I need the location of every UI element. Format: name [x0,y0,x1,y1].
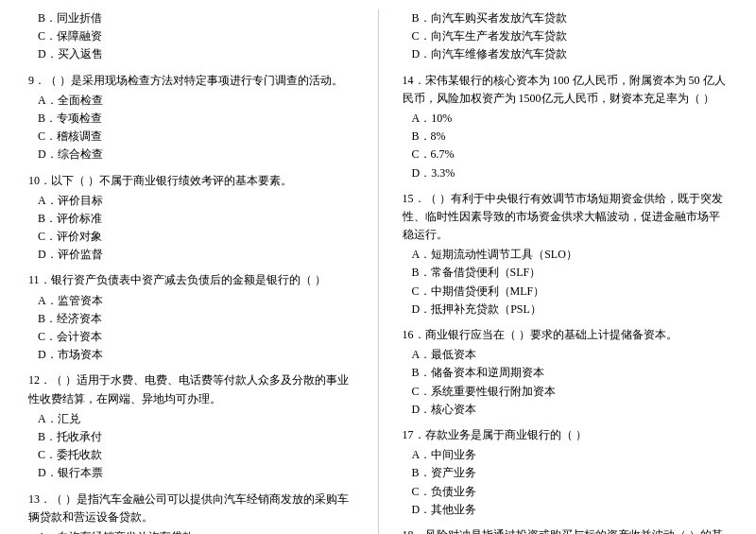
q-prev-options: B．同业折借 C．保障融资 D．买入返售 [28,9,354,64]
question-12-text: 12．（ ）适用于水费、电费、电话费等付款人众多及分散的事业性收费结算，在网端、… [28,371,354,407]
q15-option-c: C．中期借贷便利（MLF） [403,283,729,301]
question-9-text: 9．（ ）是采用现场检查方法对特定事项进行专门调查的活动。 [28,72,354,90]
q9-option-d: D．综合检查 [28,146,354,164]
question-18-text: 18．风险对冲是指通过投资或购买与标的资产收益波动（ ）的某种资产或生产品，来冲 [403,526,729,534]
q11-option-c: C．会计资本 [28,328,354,346]
left-column: B．同业折借 C．保障融资 D．买入返售 9．（ ）是采用现场检查方法对特定事项… [28,9,354,534]
question-17: 17．存款业务是属于商业银行的（ ） A．中间业务 B．资产业务 C．负债业务 … [403,426,729,519]
q16-option-a: A．最低资本 [403,346,729,364]
q14-option-b: B．8% [403,128,729,146]
q16-option-d: D．核心资本 [403,401,729,419]
question-10: 10．以下（ ）不属于商业银行绩效考评的基本要素。 A．评价目标 B．评价标准 … [28,172,354,265]
q11-option-d: D．市场资本 [28,346,354,364]
q10-option-c: C．评价对象 [28,228,354,246]
q15-option-d: D．抵押补充贷款（PSL） [403,301,729,319]
q13-option-a: A．向汽车经销商发放汽车贷款 [28,528,354,534]
q9-option-b: B．专项检查 [28,110,354,128]
question-14: 14．宋伟某银行的核心资本为 100 亿人民币，附属资本为 50 亿人民币，风险… [403,72,729,182]
question-17-text: 17．存款业务是属于商业银行的（ ） [403,426,729,444]
q17-option-b: B．资产业务 [403,464,729,482]
q14-option-d: D．3.3% [403,164,729,182]
q10-option-d: D．评价监督 [28,246,354,264]
q12-option-b: B．托收承付 [28,428,354,446]
question-14-text: 14．宋伟某银行的核心资本为 100 亿人民币，附属资本为 50 亿人民币，风险… [403,72,729,108]
question-11: 11．银行资产负债表中资产减去负债后的金额是银行的（ ） A．监管资本 B．经济… [28,271,354,364]
q13-continued-options: B．向汽车购买者发放汽车贷款 C．向汽车生产者发放汽车贷款 D．向汽车维修者发放… [403,9,729,64]
question-15: 15．（ ）有利于中央银行有效调节市场短期资金供给，既于突发性、临时性因素导致的… [403,190,729,319]
q12-option-d: D．银行本票 [28,464,354,482]
question-16: 16．商业银行应当在（ ）要求的基础上计提储备资本。 A．最低资本 B．储备资本… [403,326,729,419]
q13-option-b: B．向汽车购买者发放汽车贷款 [403,9,729,27]
q16-option-c: C．系统重要性银行附加资本 [403,383,729,401]
column-divider [378,9,379,534]
option-c: C．保障融资 [28,27,354,45]
q12-option-a: A．汇兑 [28,410,354,428]
q15-option-a: A．短期流动性调节工具（SLO） [403,246,729,264]
q13-option-d: D．向汽车维修者发放汽车贷款 [403,45,729,63]
q9-option-a: A．全面检查 [28,92,354,110]
q10-option-b: B．评价标准 [28,210,354,228]
q11-option-b: B．经济资本 [28,310,354,328]
option-b: B．同业折借 [28,9,354,27]
q17-option-c: C．负债业务 [403,483,729,501]
question-16-text: 16．商业银行应当在（ ）要求的基础上计提储备资本。 [403,326,729,344]
q9-option-c: C．稽核调查 [28,128,354,146]
q16-option-b: B．储备资本和逆周期资本 [403,364,729,382]
q11-option-a: A．监管资本 [28,292,354,310]
q12-option-c: C．委托收款 [28,446,354,464]
q17-option-d: D．其他业务 [403,501,729,519]
question-18: 18．风险对冲是指通过投资或购买与标的资产收益波动（ ）的某种资产或生产品，来冲 [403,526,729,534]
q14-option-c: C．6.7% [403,146,729,164]
question-15-text: 15．（ ）有利于中央银行有效调节市场短期资金供给，既于突发性、临时性因素导致的… [403,190,729,245]
q10-option-a: A．评价目标 [28,192,354,210]
question-11-text: 11．银行资产负债表中资产减去负债后的金额是银行的（ ） [28,271,354,289]
q17-option-a: A．中间业务 [403,446,729,464]
page-container: B．同业折借 C．保障融资 D．买入返售 9．（ ）是采用现场检查方法对特定事项… [28,9,728,534]
q14-option-a: A．10% [403,110,729,128]
question-10-text: 10．以下（ ）不属于商业银行绩效考评的基本要素。 [28,172,354,190]
right-column: B．向汽车购买者发放汽车贷款 C．向汽车生产者发放汽车贷款 D．向汽车维修者发放… [403,9,729,534]
question-13-text: 13．（ ）是指汽车金融公司可以提供向汽车经销商发放的采购车辆贷款和营运设备贷款… [28,491,354,526]
option-d: D．买入返售 [28,45,354,63]
q13-option-c: C．向汽车生产者发放汽车贷款 [403,27,729,45]
columns-wrapper: B．同业折借 C．保障融资 D．买入返售 9．（ ）是采用现场检查方法对特定事项… [28,9,728,534]
question-13: 13．（ ）是指汽车金融公司可以提供向汽车经销商发放的采购车辆贷款和营运设备贷款… [28,491,354,535]
question-12: 12．（ ）适用于水费、电费、电话费等付款人众多及分散的事业性收费结算，在网端、… [28,371,354,482]
question-9: 9．（ ）是采用现场检查方法对特定事项进行专门调查的活动。 A．全面检查 B．专… [28,72,354,164]
q15-option-b: B．常备借贷便利（SLF） [403,264,729,282]
